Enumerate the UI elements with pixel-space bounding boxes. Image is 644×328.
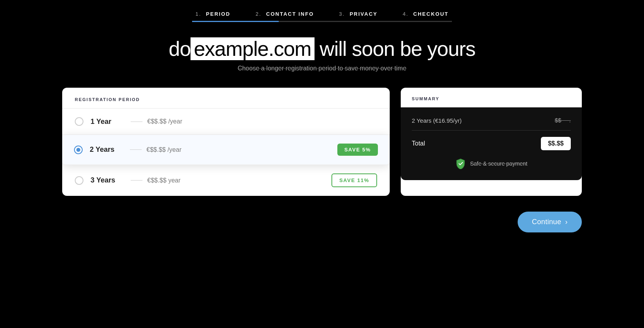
period-price-2years: €$$.$$ /year <box>146 146 337 153</box>
secure-payment-row: Safe & secure payment <box>412 158 571 169</box>
period-row-2years[interactable]: 2 Years €$$.$$ /year SAVE 5% <box>62 135 390 165</box>
summary-section-label: SUMMARY <box>412 96 571 101</box>
step-num-3: 3. <box>339 11 345 17</box>
summary-total-label: Total <box>412 140 425 147</box>
period-price-3years: €$$.$$ year <box>147 177 331 184</box>
stepper-segment-2 <box>279 21 365 22</box>
hero-subtitle: Choose a longer registration period to s… <box>8 65 636 72</box>
period-label-2years: 2 Years <box>90 146 125 154</box>
period-row-1year[interactable]: 1 Year €$$.$$ /year <box>62 109 390 135</box>
hero-section: doexample.com will soon be yours Choose … <box>0 38 644 72</box>
step-label-period: PERIOD <box>206 11 230 17</box>
registration-section-label: REGISTRATION PERIOD <box>75 97 377 102</box>
registration-card: REGISTRATION PERIOD 1 Year €$$.$$ /year … <box>62 88 390 196</box>
continue-button[interactable]: Continue › <box>518 212 582 232</box>
period-divider-3 <box>131 180 142 181</box>
hero-title-prefix: do <box>169 37 191 60</box>
step-num-4: 4. <box>403 11 409 17</box>
continue-button-row: Continue › <box>46 212 598 248</box>
continue-button-label: Continue <box>532 218 561 226</box>
summary-body: 2 Years (€16.95/yr) $$‒‒. Total $$.$$ Sa… <box>401 107 582 180</box>
stepper: 1. PERIOD 2. CONTACT INFO 3. PRIVACY 4. … <box>0 0 644 17</box>
step-privacy[interactable]: 3. PRIVACY <box>326 11 390 17</box>
summary-line-item-value: $$‒‒. <box>555 117 571 124</box>
radio-2years[interactable] <box>74 146 83 154</box>
summary-header: SUMMARY <box>401 88 582 107</box>
save-badge-3years[interactable]: SAVE 11% <box>331 173 377 187</box>
step-num-1: 1. <box>196 11 202 17</box>
summary-divider <box>412 130 571 131</box>
step-checkout[interactable]: 4. CHECKOUT <box>390 11 461 17</box>
period-label-1year: 1 Year <box>91 118 126 126</box>
step-num-2: 2. <box>255 11 261 17</box>
summary-total-row: Total $$.$$ <box>412 137 571 150</box>
chevron-right-icon: › <box>565 218 568 226</box>
stepper-segment-3 <box>365 21 452 22</box>
registration-header: REGISTRATION PERIOD <box>62 88 390 109</box>
step-period[interactable]: 1. PERIOD <box>183 11 243 17</box>
hero-title-highlight: example.com <box>191 37 314 60</box>
step-label-contact: CONTACT INFO <box>266 11 314 17</box>
summary-total-value: $$.$$ <box>541 137 571 150</box>
summary-card: SUMMARY 2 Years (€16.95/yr) $$‒‒. Total … <box>401 88 582 196</box>
summary-line-item-row: 2 Years (€16.95/yr) $$‒‒. <box>412 117 571 124</box>
period-divider-2 <box>130 149 142 150</box>
save-badge-2years[interactable]: SAVE 5% <box>337 144 378 156</box>
period-divider-1 <box>131 122 142 122</box>
step-label-checkout: CHECKOUT <box>413 11 449 17</box>
shield-icon <box>455 158 466 169</box>
main-content: REGISTRATION PERIOD 1 Year €$$.$$ /year … <box>46 88 598 212</box>
summary-line-item-label: 2 Years (€16.95/yr) <box>412 117 462 124</box>
radio-1year[interactable] <box>75 117 83 126</box>
period-row-3years[interactable]: 3 Years €$$.$$ year SAVE 11% <box>62 165 390 196</box>
stepper-segment-1 <box>192 21 279 22</box>
radio-3years[interactable] <box>75 176 83 185</box>
period-label-3years: 3 Years <box>91 176 126 184</box>
period-price-1year: €$$.$$ /year <box>147 118 377 125</box>
step-contact-info[interactable]: 2. CONTACT INFO <box>243 11 326 17</box>
step-label-privacy: PRIVACY <box>350 11 378 17</box>
stepper-progress <box>0 21 644 22</box>
hero-title-suffix: will soon be yours <box>320 37 475 60</box>
hero-title: doexample.com will soon be yours <box>8 38 636 60</box>
secure-payment-label: Safe & secure payment <box>470 160 527 167</box>
